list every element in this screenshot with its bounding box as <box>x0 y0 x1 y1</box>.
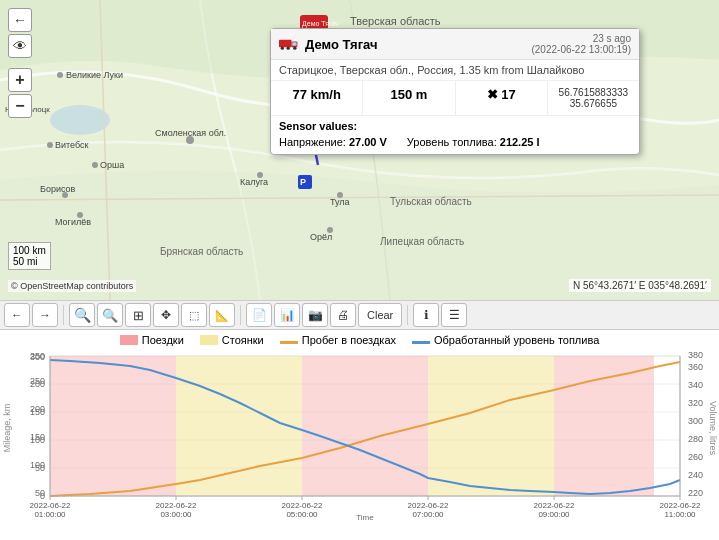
map-attribution: © OpenStreetMap contributors <box>8 280 136 292</box>
legend-stops: Стоянки <box>200 334 264 346</box>
select-button[interactable]: ⬚ <box>181 303 207 327</box>
svg-text:150: 150 <box>30 432 45 442</box>
svg-text:Витебск: Витебск <box>55 140 89 150</box>
map-scale: 100 km 50 mi <box>8 242 51 270</box>
settings-button[interactable]: ☰ <box>441 303 467 327</box>
fuel-sensor: Уровень топлива: 212.25 l <box>407 136 540 148</box>
legend-fuel-label: Обработанный уровень топлива <box>434 334 599 346</box>
svg-text:Тула: Тула <box>330 197 350 207</box>
svg-point-39 <box>287 47 290 50</box>
separator-2 <box>240 305 241 325</box>
svg-text:2022-06-22: 2022-06-22 <box>282 501 323 510</box>
svg-point-1 <box>50 105 110 135</box>
voltage-sensor: Напряжение: 27.00 V <box>279 136 387 148</box>
zoom-out-button[interactable]: 🔍 <box>97 303 123 327</box>
svg-text:Липецкая область: Липецкая область <box>380 236 464 247</box>
svg-text:11:00:00: 11:00:00 <box>664 510 696 519</box>
svg-text:360: 360 <box>688 362 703 372</box>
map-area: Великие Луки Новополоцк Витебск Орша Бор… <box>0 0 719 300</box>
svg-text:Борисов: Борисов <box>40 184 76 194</box>
info-button[interactable]: ℹ <box>413 303 439 327</box>
svg-text:09:00:00: 09:00:00 <box>538 510 570 519</box>
svg-point-4 <box>57 72 63 78</box>
zoom-in-button[interactable]: 🔍 <box>69 303 95 327</box>
svg-text:05:00:00: 05:00:00 <box>286 510 318 519</box>
speed-stat: 77 km/h <box>271 81 363 115</box>
legend-fuel-color <box>412 341 430 344</box>
legend-rides: Поездки <box>120 334 184 346</box>
measure-button[interactable]: 📐 <box>209 303 235 327</box>
svg-text:2022-06-22: 2022-06-22 <box>30 501 71 510</box>
fit-button[interactable]: ⊞ <box>125 303 151 327</box>
svg-text:2022-06-22: 2022-06-22 <box>660 501 701 510</box>
popup-sensors: Sensor values: Напряжение: 27.00 V Урове… <box>271 116 639 154</box>
zoom-in-button[interactable]: + <box>8 68 32 92</box>
legend-rides-color <box>120 335 138 345</box>
svg-point-40 <box>293 47 296 50</box>
svg-text:2022-06-22: 2022-06-22 <box>408 501 449 510</box>
legend-rides-label: Поездки <box>142 334 184 346</box>
svg-text:340: 340 <box>688 380 703 390</box>
svg-text:Могилёв: Могилёв <box>55 217 91 227</box>
chart-area: Поездки Стоянки Пробег в поездках Обрабо… <box>0 330 719 540</box>
popup-stats: 77 km/h 150 m ✖ 17 56.7615883333 35.6766… <box>271 81 639 116</box>
legend-mileage-color <box>280 341 298 344</box>
svg-point-10 <box>92 162 98 168</box>
print-button[interactable]: 🖨 <box>330 303 356 327</box>
svg-text:300: 300 <box>30 352 45 362</box>
svg-point-8 <box>47 142 53 148</box>
vehicle-popup: Демо Тягач 23 s ago (2022-06-22 13:00:19… <box>270 28 640 155</box>
svg-text:2022-06-22: 2022-06-22 <box>534 501 575 510</box>
svg-text:Volume, litres: Volume, litres <box>708 401 718 456</box>
svg-rect-73 <box>428 356 554 496</box>
svg-text:300: 300 <box>688 416 703 426</box>
separator-1 <box>63 305 64 325</box>
svg-rect-37 <box>292 42 296 45</box>
legend-fuel: Обработанный уровень топлива <box>412 334 599 346</box>
zoom-out-button[interactable]: − <box>8 94 32 118</box>
svg-text:Брянская область: Брянская область <box>160 246 243 257</box>
forward-button[interactable]: → <box>32 303 58 327</box>
svg-text:380: 380 <box>688 350 703 360</box>
svg-text:100: 100 <box>30 460 45 470</box>
legend-mileage-label: Пробег в поездках <box>302 334 396 346</box>
svg-text:01:00:00: 01:00:00 <box>34 510 66 519</box>
svg-rect-69 <box>50 356 176 496</box>
svg-text:Демо Тягач: Демо Тягач <box>302 20 339 28</box>
popup-location: Старицкое, Тверская обл., Россия, 1.35 k… <box>271 60 639 81</box>
svg-text:Тверская область: Тверская область <box>350 15 441 27</box>
svg-text:Time: Time <box>356 513 374 520</box>
nav-back-button[interactable]: ← <box>8 8 32 32</box>
svg-text:280: 280 <box>688 434 703 444</box>
move-button[interactable]: ✥ <box>153 303 179 327</box>
coords-stat: 56.7615883333 35.676655 <box>548 81 639 115</box>
svg-text:Великие Луки: Великие Луки <box>66 70 123 80</box>
back-button[interactable]: ← <box>4 303 30 327</box>
export-img-button[interactable]: 📷 <box>302 303 328 327</box>
vehicle-name: Демо Тягач <box>305 37 378 52</box>
svg-rect-70 <box>302 356 428 496</box>
export-csv-button[interactable]: 📊 <box>274 303 300 327</box>
clear-button[interactable]: Clear <box>358 303 402 327</box>
map-controls: ← 👁 + − <box>8 8 32 118</box>
popup-time: 23 s ago (2022-06-22 13:00:19) <box>531 33 631 55</box>
svg-rect-35 <box>279 40 292 48</box>
chart-container: 0 50 100 150 200 250 50 100 150 200 250 … <box>0 348 719 520</box>
truck-icon <box>279 36 299 52</box>
svg-text:Орша: Орша <box>100 160 124 170</box>
svg-text:03:00:00: 03:00:00 <box>160 510 192 519</box>
svg-rect-71 <box>554 356 654 496</box>
legend-stops-color <box>200 335 218 345</box>
svg-text:Орёл: Орёл <box>310 232 332 242</box>
sensor-row: Напряжение: 27.00 V Уровень топлива: 212… <box>279 136 631 148</box>
svg-text:2022-06-22: 2022-06-22 <box>156 501 197 510</box>
export-pdf-button[interactable]: 📄 <box>246 303 272 327</box>
svg-text:Калуга: Калуга <box>240 177 268 187</box>
svg-text:07:00:00: 07:00:00 <box>412 510 444 519</box>
popup-title: Демо Тягач <box>279 36 378 52</box>
legend-stops-label: Стоянки <box>222 334 264 346</box>
legend-mileage: Пробег в поездках <box>280 334 396 346</box>
satellites-stat: ✖ 17 <box>456 81 548 115</box>
eye-button[interactable]: 👁 <box>8 34 32 58</box>
toolbar: ← → 🔍 🔍 ⊞ ✥ ⬚ 📐 📄 📊 📷 🖨 Clear ℹ ☰ <box>0 300 719 330</box>
